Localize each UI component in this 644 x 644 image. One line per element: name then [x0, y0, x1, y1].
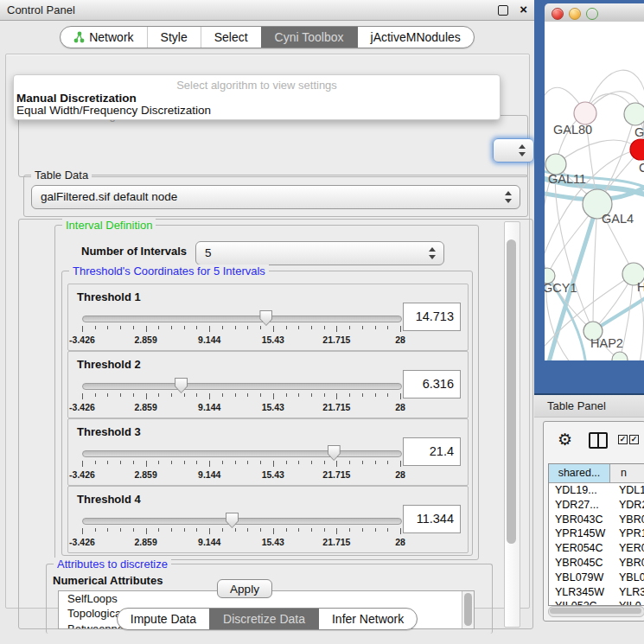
threshold-value-field[interactable]: 21.4 [403, 437, 461, 466]
tick-mark [235, 461, 236, 464]
tick-mark [311, 393, 312, 397]
tab-label: Infer Network [332, 612, 404, 626]
slider-thumb-icon[interactable] [175, 378, 188, 393]
algorithm-combobox[interactable] [493, 138, 534, 163]
table-cell: YBR0 [610, 513, 644, 527]
tick-mark [158, 326, 159, 329]
tick-mark [400, 461, 401, 467]
tick-mark [324, 461, 325, 464]
network-canvas[interactable]: GAL80GACGAL11GAL4GCY1HHAP2 [545, 22, 644, 360]
apply-button[interactable]: Apply [217, 579, 272, 598]
zoom-traffic-light-icon[interactable] [586, 8, 598, 20]
table-row[interactable]: YLR345WYLR3 [549, 585, 644, 600]
table-row[interactable]: YPR145WYPR1 [549, 526, 644, 541]
tick-mark [286, 326, 287, 329]
slider-thumb-icon[interactable] [259, 310, 272, 326]
slider-thumb-icon[interactable] [328, 445, 341, 461]
network-node-gal80[interactable] [574, 102, 596, 124]
threshold-panel-1: Threshold 1-3.4262.8599.14415.4321.71528… [67, 284, 469, 351]
number-of-intervals-combobox[interactable]: 5 [195, 241, 444, 265]
tick-mark [107, 393, 108, 397]
bottom-tab-capsule: Impute DataDiscretize DataInfer Network [117, 608, 418, 630]
threshold-slider[interactable]: -3.4262.8599.14415.4321.71528 [82, 516, 400, 547]
columns-icon[interactable] [589, 432, 608, 449]
tick-mark [298, 461, 299, 464]
table-hscrollbar-thumb[interactable] [550, 608, 641, 614]
threshold-slider[interactable]: -3.4262.8599.14415.4321.71528 [82, 449, 400, 480]
threshold-value-field[interactable]: 11.344 [403, 505, 461, 533]
column-header-shared[interactable]: shared... [549, 464, 610, 482]
tick-mark [235, 528, 236, 532]
spinner-icon [505, 190, 513, 204]
column-header-n[interactable]: n [610, 464, 644, 482]
node-label: GA [634, 125, 644, 139]
tab-infer-network[interactable]: Infer Network [318, 609, 417, 629]
tab-jactivemnodules[interactable]: jActiveMNodules [357, 27, 474, 48]
network-node-ga[interactable] [624, 103, 644, 125]
tick-mark [247, 393, 248, 397]
threshold-value-field[interactable]: 14.713 [403, 303, 461, 331]
table-row[interactable]: YDL19...YDL1 [549, 483, 644, 498]
table-cell: YBR043C [549, 513, 610, 527]
checkbox-icon: ✓ [618, 435, 628, 444]
table-row[interactable]: YBR043CYBR0 [549, 513, 644, 527]
table-row[interactable]: YDR27...YDR2 [549, 498, 644, 513]
tab-discretize-data[interactable]: Discretize Data [209, 609, 318, 629]
threshold-value-field[interactable]: 6.316 [403, 370, 461, 399]
tick-mark [298, 528, 299, 532]
gear-icon[interactable]: ⚙ [558, 430, 572, 450]
node-label: GCY1 [545, 281, 577, 295]
popup-option-equal-width-frequency-discretization[interactable]: Equal Width/Frequency Discretization [16, 104, 211, 117]
table-panel-header: Table Panel [534, 395, 644, 418]
minimize-traffic-light-icon[interactable] [569, 8, 581, 20]
threshold-slider[interactable]: -3.4262.8599.14415.4321.71528 [82, 381, 400, 412]
threshold-label: Threshold 2 [77, 358, 141, 371]
settings-scrollbar-thumb[interactable] [507, 239, 516, 544]
float-window-icon[interactable] [498, 5, 508, 16]
tick-mark [298, 393, 299, 397]
tick-mark [336, 326, 337, 332]
group-title-interval-definition: Interval Definition [62, 219, 156, 232]
tick-mark [146, 393, 147, 399]
threshold-panel-4: Threshold 4-3.4262.8599.14415.4321.71528… [67, 486, 469, 553]
node-attribute-table[interactable]: shared...nYDL19...YDL1YDR27...YDR2YBR043… [548, 463, 644, 606]
table-data-combobox[interactable]: galFiltered.sif default node [31, 185, 520, 209]
table-row[interactable]: YIL052CYIL0 [549, 599, 644, 606]
table-panel-title: Table Panel [547, 399, 606, 412]
threshold-slider[interactable]: -3.4262.8599.14415.4321.71528 [82, 314, 400, 345]
table-data-selected-value: galFiltered.sif default node [41, 190, 177, 203]
network-node[interactable] [612, 352, 628, 360]
tab-style[interactable]: Style [147, 27, 201, 48]
close-icon[interactable]: × [520, 2, 527, 16]
tick-mark [133, 326, 134, 329]
tick-mark [171, 528, 172, 532]
tick-label: 2.859 [134, 537, 156, 547]
slider-thumb-icon[interactable] [226, 513, 239, 528]
network-node-c[interactable] [630, 139, 644, 160]
top-tab-capsule: NetworkStyleSelectCyni ToolboxjActiveMNo… [60, 26, 475, 48]
tick-label: 21.715 [322, 469, 350, 480]
tab-cyni-toolbox[interactable]: Cyni Toolbox [261, 27, 357, 48]
select-all-columns-icon[interactable]: ✓ ✓ [618, 435, 639, 444]
tab-impute-data[interactable]: Impute Data [118, 609, 209, 629]
discretization-algorithm-group: Discretization Algorithm [18, 115, 528, 177]
table-row[interactable]: YBR045CYBR0 [549, 556, 644, 571]
tab-select[interactable]: Select [201, 27, 261, 48]
tick-mark [387, 461, 388, 464]
table-row[interactable]: YBL079WYBL0 [549, 571, 644, 585]
tick-mark [196, 461, 197, 464]
close-traffic-light-icon[interactable] [552, 8, 564, 20]
tick-mark [222, 528, 223, 532]
threshold-label: Threshold 1 [77, 290, 141, 303]
settings-scrollbar[interactable] [504, 221, 520, 628]
tick-mark [235, 393, 236, 397]
network-window-titlebar[interactable] [545, 3, 644, 22]
table-hscrollbar[interactable] [548, 606, 644, 617]
tick-mark [260, 528, 261, 532]
tick-mark [171, 326, 172, 329]
tab-network[interactable]: Network [61, 27, 146, 48]
tick-mark [286, 528, 287, 532]
popup-option-manual-discretization[interactable]: Manual Discretization [16, 92, 137, 105]
tab-label: jActiveMNodules [371, 30, 461, 44]
table-row[interactable]: YER054CYER0 [549, 541, 644, 556]
